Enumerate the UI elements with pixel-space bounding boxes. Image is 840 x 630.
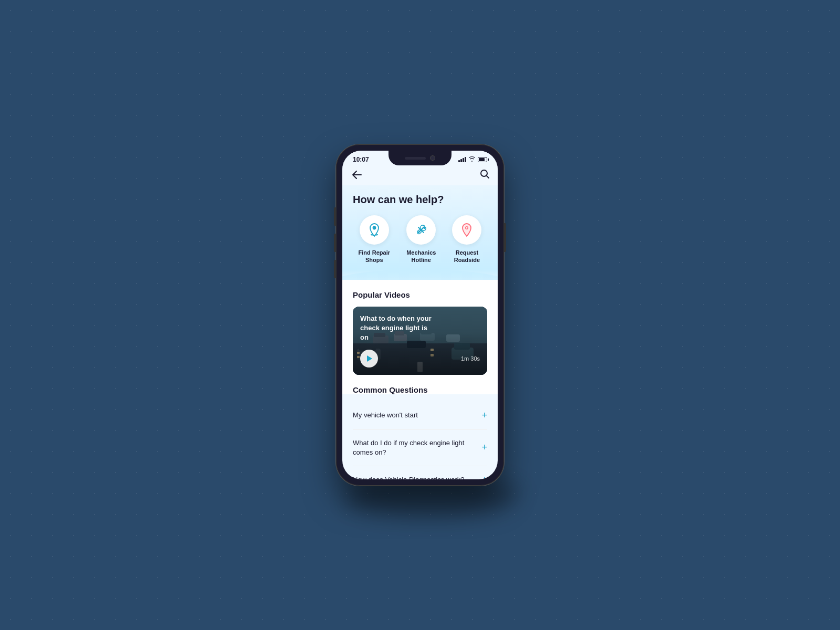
signal-bar-2 [460,159,462,162]
expand-icon-2: + [481,442,487,453]
question-item-2[interactable]: What do I do if my check engine light co… [353,430,487,466]
signal-bar-4 [465,157,466,162]
request-roadside-icon-circle [452,215,481,245]
popular-videos-title: Popular Videos [353,290,487,299]
wifi-icon [469,156,475,163]
question-text-3: How does Vehicle Diagnostics work? [353,475,476,479]
request-roadside-label: RequestRoadside [454,249,480,264]
mechanics-hotline-label: MechanicsHotline [406,249,436,264]
hero-section: How can we help? [342,185,498,290]
find-repair-shops-action[interactable]: Find RepairShops [359,215,391,264]
phone-screen: 10:07 [342,151,498,479]
main-content: Popular Videos [342,280,498,394]
notch-camera [430,155,435,161]
quick-actions: Find RepairShops [353,215,487,264]
request-roadside-action[interactable]: RequestRoadside [452,215,481,264]
page-title: How can we help? [353,194,487,206]
question-text-1: My vehicle won't start [353,411,476,420]
video-overlay: What to do when your check engine light … [353,307,487,375]
play-icon [367,355,372,362]
status-bar: 10:07 [342,151,498,165]
battery-icon [478,157,487,162]
find-repair-shops-icon-circle [360,215,389,245]
common-questions-title: Common Questions [353,385,487,394]
screen-content[interactable]: How can we help? [342,185,498,479]
question-text-2: What do I do if my check engine light co… [353,438,476,457]
notch [388,151,452,165]
svg-point-0 [481,170,487,176]
mechanics-hotline-action[interactable]: MechanicsHotline [406,215,436,264]
back-button[interactable] [351,169,363,181]
expand-icon-3: + [481,475,487,479]
expand-icon-1: + [481,410,487,421]
nav-bar [342,165,498,185]
status-icons [458,156,487,163]
video-bottom: 1m 30s [360,350,480,368]
svg-point-6 [466,227,468,229]
video-card[interactable]: What to do when your check engine light … [353,307,487,375]
phone-frame: 10:07 [336,144,504,486]
phone-mockup: 10:07 [336,144,504,486]
signal-bars [458,157,466,162]
mechanics-hotline-icon-circle [406,215,436,245]
signal-bar-1 [458,160,460,162]
play-button[interactable] [360,350,378,368]
find-repair-shops-label: Find RepairShops [359,249,391,264]
question-item-1[interactable]: My vehicle won't start + [353,402,487,430]
status-time: 10:07 [353,156,369,163]
question-item-3[interactable]: How does Vehicle Diagnostics work? + [353,466,487,479]
questions-section: My vehicle won't start + What do I do if… [342,402,498,479]
signal-bar-3 [463,158,464,162]
video-title: What to do when your check engine light … [360,314,432,343]
notch-speaker [405,157,426,160]
search-button[interactable] [480,169,489,181]
video-duration: 1m 30s [461,355,480,362]
battery-fill [479,158,485,161]
